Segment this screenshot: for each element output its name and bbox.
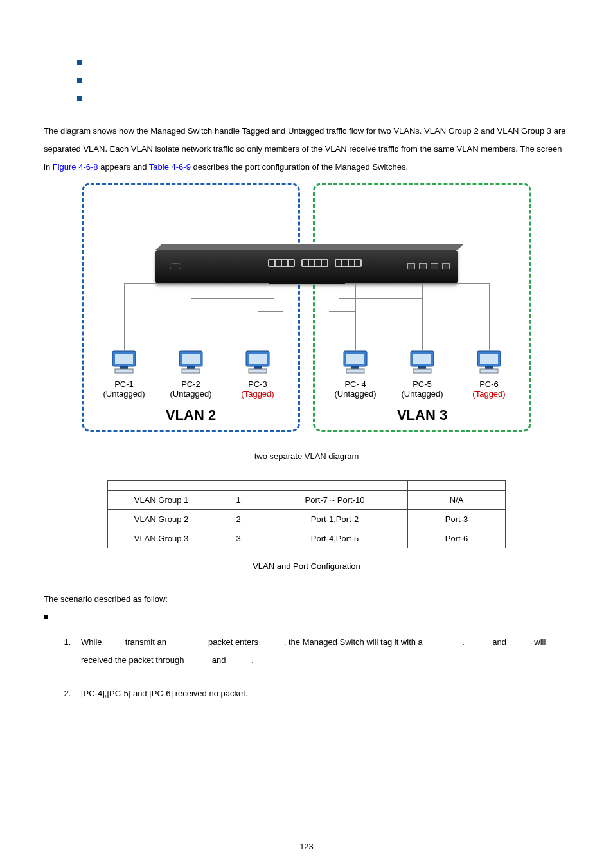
svg-rect-15 [346, 369, 364, 373]
wire-icon [124, 284, 125, 350]
pc-1: PC-1 (Untagged) [91, 350, 157, 399]
svg-rect-23 [480, 369, 498, 373]
square-bullet-icon [44, 615, 48, 619]
figure-caption: two separate VLAN diagram [44, 451, 569, 461]
table-row: VLAN Group 2 2 Port-1,Port-2 Port-3 [108, 510, 506, 529]
table-row: VLAN Group 3 3 Port-4,Port-5 Port-6 [108, 529, 506, 548]
svg-rect-17 [413, 354, 431, 364]
table-caption: VLAN and Port Configuration [44, 561, 569, 571]
pc-icon [177, 350, 205, 375]
pc-icon [475, 350, 503, 375]
svg-rect-13 [346, 354, 364, 364]
wire-icon [258, 311, 283, 312]
pc-icon [244, 350, 272, 375]
svg-rect-14 [351, 366, 359, 369]
wire-icon [422, 284, 423, 350]
pc-6: PC-6 (Tagged) [456, 350, 522, 399]
intro-paragraph: The diagram shows how the Managed Switch… [44, 122, 569, 176]
square-bullet-icon [77, 78, 82, 83]
square-bullet-icon [77, 96, 82, 101]
step-1: While transmit an packet enters , the Ma… [73, 633, 569, 669]
goal-bullet-2 [44, 76, 569, 86]
figure-link: Figure 4-6-8 [53, 162, 98, 172]
pc-icon [408, 350, 436, 375]
goal-bullet-1 [44, 58, 569, 68]
vlan2-pcs: PC-1 (Untagged) PC-2 (Untagged) PC-3 (Ta… [91, 350, 291, 399]
table-link: Table 4-6-9 [149, 162, 191, 172]
wire-icon [191, 298, 274, 299]
pc-2: PC-2 (Untagged) [157, 350, 224, 399]
svg-rect-19 [413, 369, 431, 373]
goal-bullets [44, 58, 569, 104]
wire-icon [345, 283, 490, 284]
svg-rect-18 [418, 366, 426, 369]
pc-5: PC-5 (Untagged) [389, 350, 456, 399]
svg-rect-11 [249, 369, 267, 373]
svg-rect-6 [187, 366, 195, 369]
vlan2-title: VLAN 2 [84, 407, 298, 424]
pc-icon [341, 350, 369, 375]
wire-icon [355, 284, 356, 350]
step-2: [PC-4],[PC-5] and [PC-6] received no pac… [73, 685, 569, 703]
pc-3: PC-3 (Tagged) [224, 350, 291, 399]
wire-icon [191, 284, 191, 350]
svg-rect-1 [115, 354, 133, 364]
svg-rect-2 [120, 366, 128, 369]
page-number: 123 [0, 842, 613, 851]
managed-switch-icon [155, 250, 458, 284]
svg-rect-7 [182, 369, 200, 373]
wire-icon [124, 283, 269, 284]
square-bullet-icon [77, 60, 82, 65]
svg-rect-21 [480, 354, 498, 364]
scenario-bullets [44, 613, 569, 622]
goal-bullet-3 [44, 94, 569, 104]
vlan-config-table: VLAN Group 1 1 Port-7 ~ Port-10 N/A VLAN… [107, 480, 506, 548]
scenario-steps: While transmit an packet enters , the Ma… [73, 633, 569, 703]
scenario-intro: The scenario described as follow: [44, 594, 569, 604]
pc-icon [110, 350, 138, 375]
wire-icon [258, 284, 258, 350]
svg-rect-22 [485, 366, 493, 369]
table-header-row [108, 481, 506, 491]
wire-icon [339, 298, 422, 299]
scenario-bullet [44, 613, 569, 622]
svg-rect-10 [254, 366, 262, 369]
svg-rect-9 [249, 354, 267, 364]
wire-icon [329, 311, 355, 312]
wire-icon [489, 284, 490, 350]
vlan-diagram: VLAN 2 VLAN 3 PC [82, 183, 531, 440]
table-row: VLAN Group 1 1 Port-7 ~ Port-10 N/A [108, 491, 506, 510]
pc-4: PC- 4 (Untagged) [322, 350, 389, 399]
vlan3-pcs: PC- 4 (Untagged) PC-5 (Untagged) PC-6 (T… [322, 350, 522, 399]
vlan3-title: VLAN 3 [315, 407, 529, 424]
svg-rect-5 [182, 354, 200, 364]
svg-rect-3 [115, 369, 133, 373]
